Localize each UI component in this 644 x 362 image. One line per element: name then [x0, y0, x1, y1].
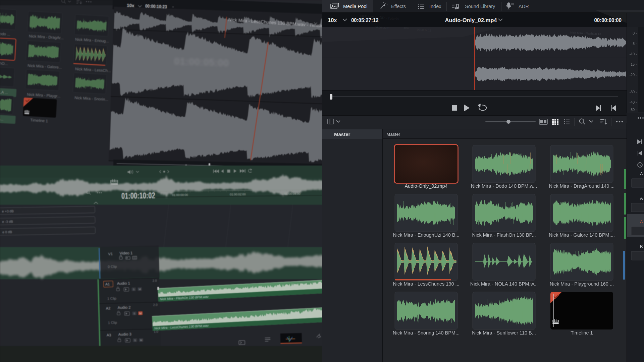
svg-text:B: B [640, 244, 643, 249]
svg-text:10x: 10x [328, 17, 337, 23]
svg-text:Timeline 1: Timeline 1 [571, 330, 593, 336]
svg-text:A: A [640, 219, 643, 224]
svg-text:0: 0 [633, 31, 635, 35]
svg-text:-30: -30 [630, 90, 635, 94]
svg-text:Nick Mira - Sunflower 110 B...: Nick Mira - Sunflower 110 B... [472, 330, 536, 336]
svg-text:Effects: Effects [391, 4, 406, 9]
svg-text:Nick Mira - FlashOn 130 BP...: Nick Mira - FlashOn 130 BP... [472, 232, 536, 238]
svg-text:-20: -20 [630, 73, 635, 77]
svg-text:Nick Mira - EnoughUzi 140 B...: Nick Mira - EnoughUzi 140 B... [393, 232, 459, 238]
svg-text:Nick Mira - Dodo 140 BPM.w...: Nick Mira - Dodo 140 BPM.w... [471, 183, 537, 189]
svg-text:Nick Mira - DragAround 140 ...: Nick Mira - DragAround 140 ... [549, 183, 615, 189]
svg-text:Nick Mira - Playground 160 ...: Nick Mira - Playground 160 ... [550, 281, 614, 287]
svg-text:Nick Mira - Galore 140 BPM....: Nick Mira - Galore 140 BPM.... [549, 232, 615, 238]
svg-text:Audio-Only_02.mp4: Audio-Only_02.mp4 [405, 183, 447, 189]
svg-text:Master: Master [334, 131, 351, 137]
svg-text:Media Pool: Media Pool [343, 4, 368, 9]
svg-text:-40: -40 [630, 100, 635, 104]
svg-text:Nick Mira - LessChunes 130 ...: Nick Mira - LessChunes 130 ... [393, 281, 459, 287]
svg-text:Index: Index [429, 4, 441, 9]
svg-text:-50: -50 [630, 108, 635, 112]
svg-text:-5: -5 [632, 42, 635, 46]
svg-text:-10: -10 [630, 52, 635, 56]
svg-text:Nick Mira - NOLA 140 BPM.w...: Nick Mira - NOLA 140 BPM.w... [470, 281, 538, 287]
svg-text:Master: Master [386, 132, 400, 137]
svg-text:A: A [640, 196, 643, 201]
svg-text:Volume: Volume [585, 72, 596, 76]
svg-text:Nick Mira - Snoring 140 BPM...: Nick Mira - Snoring 140 BPM... [393, 330, 460, 336]
svg-text:A: A [640, 171, 643, 176]
svg-text:Sound Library: Sound Library [465, 4, 495, 9]
svg-text:ADR: ADR [519, 4, 529, 9]
svg-text:Audio-Only_02.mp4: Audio-Only_02.mp4 [445, 17, 497, 23]
svg-text:-15: -15 [630, 62, 635, 66]
